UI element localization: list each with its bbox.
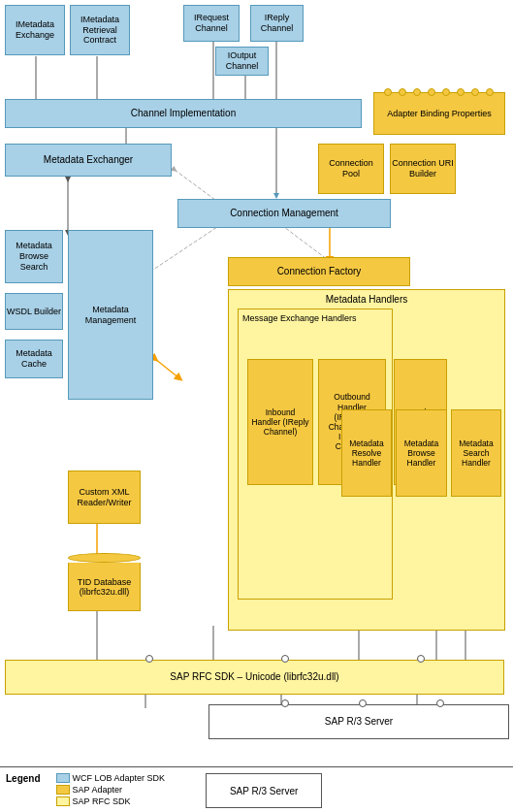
- irequest-channel-box: IRequest Channel: [183, 5, 240, 42]
- metadata-resolve-handler-box2: MetadataResolveHandler: [341, 409, 392, 497]
- metadata-exchanger-box: Metadata Exchanger: [5, 144, 172, 177]
- custom-xml-box: Custom XML Reader/Writer: [68, 471, 141, 524]
- sap-r3-label: SAP R/3 Server: [325, 716, 393, 728]
- ioutput-channel-box: IOutput Channel: [215, 47, 269, 76]
- legend-swatch-wcf: [56, 773, 70, 783]
- legend-swatch-rfc: [56, 796, 70, 806]
- svg-line-12: [155, 359, 179, 378]
- legend-item-sap: SAP Adapter: [56, 785, 166, 795]
- legend-item-wcf: WCF LOB Adapter SDK: [56, 773, 166, 783]
- architecture-diagram: IMetadata Exchange IMetadata Retrieval C…: [0, 0, 513, 766]
- metadata-browse-handler-box: MetadataBrowseHandler: [396, 409, 447, 497]
- metadata-search-handler-box: Metadata Search Handler: [451, 409, 501, 497]
- sap-rfc-sdk-box: SAP RFC SDK – Unicode (librfc32u.dll): [5, 660, 504, 695]
- wsdl-builder-box: WSDL Builder: [5, 293, 63, 330]
- tid-database-box: TID Database (librfc32u.dll): [68, 553, 141, 611]
- circle-connector-3: [417, 655, 425, 663]
- msg-exchange-label: Message Exchange Handlers: [242, 313, 357, 324]
- adapter-binding-label: Adapter Binding Properties: [387, 109, 492, 119]
- legend-label-sap: SAP Adapter: [73, 785, 122, 795]
- metadata-handlers-label: Metadata Handlers: [326, 294, 408, 306]
- circle-connector-1: [145, 655, 153, 663]
- connection-factory-box: Connection Factory: [228, 257, 410, 286]
- channel-implementation-box: Channel Implementation: [5, 99, 362, 128]
- metadata-management-box: Metadata Management: [68, 230, 153, 400]
- circle-r3-3: [436, 699, 444, 707]
- legend: Legend WCF LOB Adapter SDK SAP Adapter S…: [0, 766, 513, 812]
- legend-swatch-sap: [56, 785, 70, 795]
- imetadata-retrieval-box: IMetadata Retrieval Contract: [70, 5, 130, 55]
- metadata-cache-box: Metadata Cache: [5, 340, 63, 378]
- sap-r3-server-box: SAP R/3 Server: [208, 704, 509, 739]
- adapter-binding-properties-box: Adapter Binding Properties: [373, 92, 505, 135]
- legend-label-rfc: SAP RFC SDK: [73, 796, 131, 806]
- legend-title: Legend: [6, 773, 41, 784]
- sap-r3-legend: SAP R/3 Server: [206, 773, 322, 808]
- inbound-handler-box: Inbound Handler (IReply Channel): [247, 359, 313, 485]
- connection-management-box: Connection Management: [177, 199, 391, 228]
- ireply-channel-box: IReply Channel: [250, 5, 304, 42]
- tid-database-label: TID Database (librfc32u.dll): [68, 563, 141, 611]
- imetadata-exchange-box: IMetadata Exchange: [5, 5, 65, 55]
- legend-item-rfc: SAP RFC SDK: [56, 796, 166, 806]
- circle-r3-2: [359, 699, 367, 707]
- circle-connector-2: [281, 655, 289, 663]
- connection-uri-builder-box: Connection URI Builder: [390, 144, 456, 194]
- connection-pool-box: Connection Pool: [318, 144, 384, 194]
- metadata-browse-search-box: Metadata Browse Search: [5, 230, 63, 283]
- legend-label-wcf: WCF LOB Adapter SDK: [73, 773, 166, 783]
- circle-r3-1: [281, 699, 289, 707]
